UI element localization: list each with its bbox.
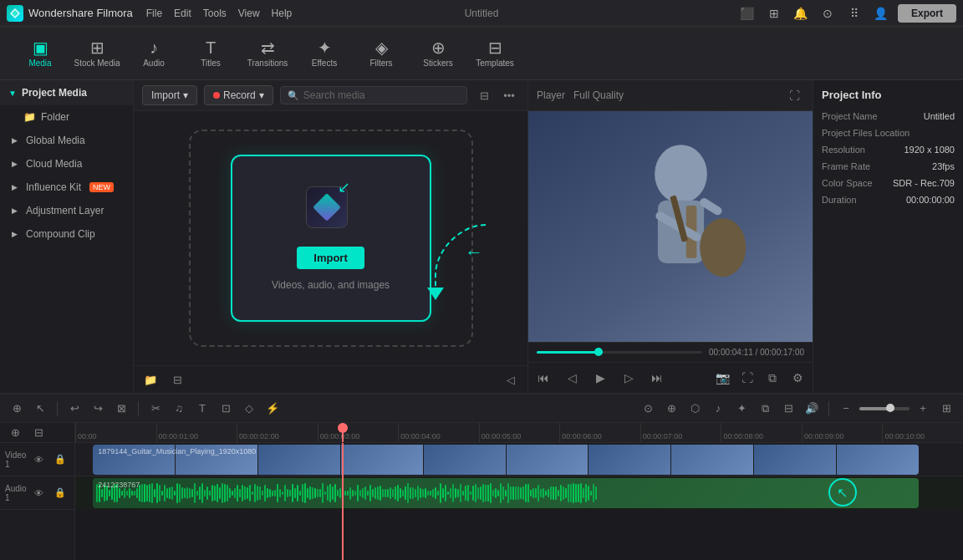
sidebar-item-cloud-media[interactable]: ▶ Cloud Media	[0, 152, 133, 176]
play-button[interactable]: ▶	[590, 368, 610, 388]
tl-new-icon[interactable]: ⊕	[7, 399, 27, 419]
tl-more-icon[interactable]: ⊞	[936, 399, 956, 419]
tl-zoom-out-icon[interactable]: −	[836, 399, 856, 419]
user-avatar[interactable]: 👤	[871, 3, 891, 23]
toolbar-transitions[interactable]: ⇄ Transitions	[241, 32, 294, 75]
tl-link-icon[interactable]: ⊟	[28, 423, 48, 443]
tl-redo-icon[interactable]: ↪	[88, 399, 108, 419]
video-track-lock-icon[interactable]: 🔒	[51, 450, 69, 470]
tl-select-icon[interactable]: ↖	[30, 399, 50, 419]
add-folder-icon[interactable]: 📁	[140, 369, 160, 389]
tl-zoom-in-icon[interactable]: +	[913, 399, 933, 419]
export-button[interactable]: Export	[898, 4, 956, 23]
toolbar-filters[interactable]: ◈ Filters	[354, 32, 408, 75]
search-input[interactable]	[303, 89, 460, 101]
toolbar-stock-media[interactable]: ⊞ Stock Media	[70, 32, 124, 75]
wave-bar	[457, 489, 459, 497]
bell-icon[interactable]: 🔔	[791, 3, 811, 23]
toolbar-audio[interactable]: ♪ Audio	[127, 32, 181, 75]
next-frame-button[interactable]: ▷	[619, 368, 639, 388]
wave-bar	[374, 487, 376, 498]
toolbar-titles[interactable]: T Titles	[184, 32, 237, 75]
sidebar-item-influence-kit[interactable]: ▶ Influence Kit NEW	[0, 176, 133, 199]
sidebar-item-folder[interactable]: 📁 Folder	[0, 105, 133, 129]
tl-volume-icon[interactable]: 🔊	[802, 399, 822, 419]
prev-frame-button[interactable]: ◁	[562, 368, 582, 388]
audio-track[interactable]: 2412238767 ↖	[75, 476, 963, 510]
filter-icon[interactable]: ⊟	[474, 85, 494, 105]
progress-fill	[537, 351, 603, 354]
tl-cut-icon[interactable]: ✂	[145, 399, 166, 419]
more-options-icon[interactable]: •••	[499, 85, 519, 105]
wave-bar	[505, 490, 507, 496]
preview-toolbar: Player Full Quality ⛶	[528, 80, 813, 111]
tl-effect-icon[interactable]: ✦	[731, 399, 752, 419]
wave-bar	[206, 486, 208, 501]
tl-shape-icon[interactable]: ⬡	[685, 399, 705, 419]
grid-icon[interactable]: ⊞	[764, 3, 784, 23]
tl-mark-icon[interactable]: ◇	[239, 399, 259, 419]
sidebar-item-adjustment-layer[interactable]: ▶ Adjustment Layer	[0, 199, 133, 222]
go-to-end-button[interactable]: ⏭	[647, 368, 667, 388]
tl-add-track-icon[interactable]: ⊕	[5, 423, 25, 443]
monitor-icon[interactable]: ⬛	[737, 3, 757, 23]
audio-track-lock-icon[interactable]: 🔒	[51, 483, 69, 503]
search-icon[interactable]: ⊙	[818, 3, 838, 23]
zoom-slider[interactable]	[859, 407, 910, 410]
wave-bar	[201, 483, 203, 502]
collapse-panel-icon[interactable]: ◁	[501, 369, 521, 389]
media-toolbar-right: ⊟ •••	[474, 85, 519, 105]
media-toolbar-icon: ▣	[33, 39, 48, 56]
wave-bar	[267, 488, 268, 498]
toolbar-stickers[interactable]: ⊕ Stickers	[411, 32, 465, 75]
timeline-tracks-right: 00:00 00:00:01:00 00:00:02:00 00:00:03:0…	[75, 423, 963, 560]
wave-bar	[440, 483, 441, 502]
tl-music-icon[interactable]: ♪	[708, 399, 728, 419]
import-button[interactable]: Import ▾	[142, 85, 197, 105]
tl-record2-icon[interactable]: ⊟	[778, 399, 798, 419]
toolbar-templates[interactable]: ⊟ Templates	[468, 32, 522, 75]
menu-tools[interactable]: Tools	[203, 8, 227, 19]
tl-overlay-icon[interactable]: ⧉	[755, 399, 775, 419]
video-clip[interactable]: 1879144_Guitar_Musician_Playing_1920x108…	[93, 445, 919, 475]
sidebar-item-global-media[interactable]: ▶ Global Media	[0, 129, 133, 152]
menu-edit[interactable]: Edit	[174, 8, 191, 19]
tl-delete-icon[interactable]: ⊠	[111, 399, 131, 419]
video-thumb-4	[341, 445, 423, 475]
wave-bar	[324, 491, 326, 495]
audio-clip[interactable]: 2412238767	[93, 478, 919, 508]
toolbar-media[interactable]: ▣ Media	[13, 32, 67, 75]
toolbar-effects[interactable]: ✦ Effects	[298, 32, 351, 75]
settings-button[interactable]: ⚙	[787, 368, 808, 388]
progress-bar[interactable]	[537, 351, 702, 354]
pip-button[interactable]: ⧉	[762, 368, 782, 388]
menu-help[interactable]: Help	[272, 8, 293, 19]
fullscreen-button[interactable]: ⛶	[737, 368, 757, 388]
list-view-icon[interactable]: ⊟	[167, 369, 187, 389]
wave-bar	[442, 488, 444, 498]
tl-record-icon[interactable]: ⊙	[638, 399, 658, 419]
audio-track-eye-icon[interactable]: 👁	[30, 483, 48, 503]
import-inner-button[interactable]: Import	[297, 247, 364, 269]
tl-undo-icon[interactable]: ↩	[64, 399, 84, 419]
tl-snapshot-icon[interactable]: ⊕	[661, 399, 681, 419]
timeline-ruler: 00:00 00:00:01:00 00:00:02:00 00:00:03:0…	[75, 423, 963, 443]
tl-crop-icon[interactable]: ⊡	[216, 399, 236, 419]
tl-audio-icon[interactable]: ♫	[169, 399, 189, 419]
wave-bar	[560, 485, 562, 501]
go-to-start-button[interactable]: ⏮	[533, 368, 553, 388]
record-button[interactable]: Record ▾	[204, 85, 273, 105]
apps-icon[interactable]: ⠿	[844, 3, 864, 23]
screenshot-button[interactable]: 📷	[712, 368, 732, 388]
video-track[interactable]: 1879144_Guitar_Musician_Playing_1920x108…	[75, 443, 963, 476]
wave-bar	[467, 485, 469, 501]
search-box[interactable]: 🔍	[280, 86, 467, 104]
wave-bar	[151, 483, 153, 503]
video-track-eye-icon[interactable]: 👁	[29, 450, 48, 470]
tl-text-icon[interactable]: T	[192, 399, 212, 419]
sidebar-item-compound-clip[interactable]: ▶ Compound Clip	[0, 222, 133, 246]
expand-preview-icon[interactable]: ⛶	[784, 85, 804, 105]
menu-view[interactable]: View	[238, 8, 260, 19]
menu-file[interactable]: File	[146, 8, 162, 19]
tl-speed-icon[interactable]: ⚡	[262, 399, 283, 419]
